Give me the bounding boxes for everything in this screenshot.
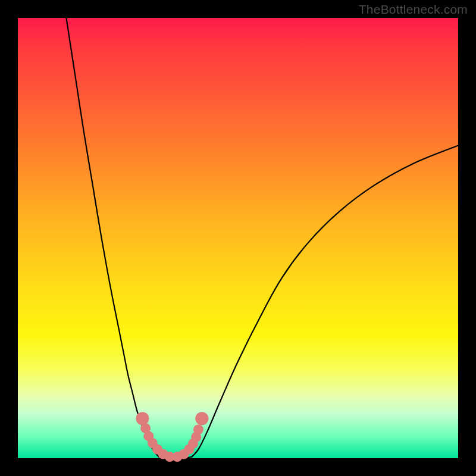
watermark-text: TheBottleneck.com xyxy=(359,2,468,17)
marker-cap-right xyxy=(195,412,208,425)
marker-cap-left xyxy=(136,412,149,425)
chart-svg xyxy=(18,18,458,458)
marker-dot xyxy=(193,424,203,434)
left-curve xyxy=(66,18,158,457)
chart-frame: TheBottleneck.com xyxy=(0,0,476,476)
plot-area xyxy=(18,18,458,458)
marker-caps-group xyxy=(136,412,208,425)
marker-group xyxy=(140,423,203,462)
right-curve xyxy=(192,146,458,457)
